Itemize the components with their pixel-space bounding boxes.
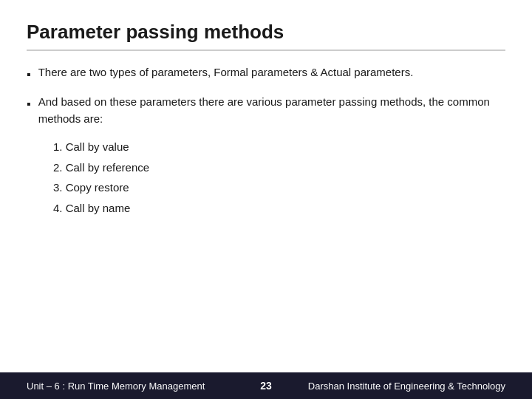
numbered-item-3: 3. Copy restore [53, 178, 505, 197]
bullet-text-1: There are two types of parameters, Forma… [38, 64, 414, 81]
slide-footer: Unit – 6 : Run Time Memory Management 23… [0, 372, 532, 399]
numbered-text-3: Copy restore [66, 181, 129, 194]
numbered-item-1: 1. Call by value [53, 137, 505, 157]
bullet-item-2: ▪ And based on these parameters there ar… [27, 94, 505, 127]
footer-page-number: 23 [260, 380, 272, 392]
number-4: 4. [53, 202, 63, 214]
number-2: 2. [53, 161, 63, 174]
bullet-icon-2: ▪ [27, 95, 31, 113]
slide-title: Parameter passing methods [27, 21, 505, 51]
slide-container: Parameter passing methods ▪ There are tw… [0, 0, 532, 399]
number-3: 3. [53, 181, 63, 194]
bullet-text-2: And based on these parameters there are … [38, 94, 505, 127]
numbered-text-4: Call by name [66, 202, 131, 214]
footer-right: Darshan Institute of Engineering & Techn… [294, 381, 505, 392]
bullet-list: ▪ There are two types of parameters, For… [27, 64, 505, 127]
numbered-text-1: Call by value [66, 140, 129, 153]
numbered-list: 1. Call by value 2. Call by reference 3.… [53, 137, 505, 217]
bullet-icon-1: ▪ [27, 66, 31, 83]
number-1: 1. [53, 140, 63, 153]
numbered-item-2: 2. Call by reference [53, 158, 505, 177]
numbered-text-2: Call by reference [66, 161, 149, 174]
slide-content: Parameter passing methods ▪ There are tw… [0, 0, 532, 372]
bullet-item-1: ▪ There are two types of parameters, For… [27, 64, 505, 83]
footer-left: Unit – 6 : Run Time Memory Management [27, 381, 238, 392]
numbered-item-4: 4. Call by name [53, 199, 505, 218]
